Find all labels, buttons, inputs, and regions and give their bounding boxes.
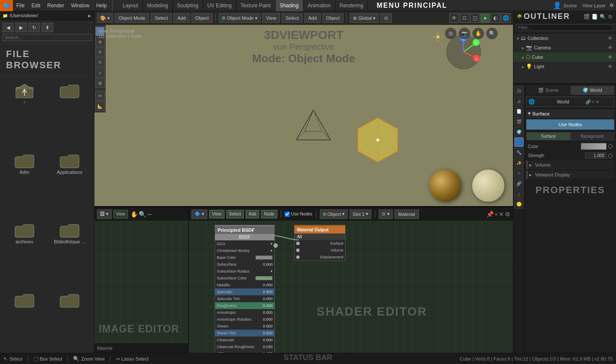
node-field-basecolor[interactable]: Base Color bbox=[215, 254, 274, 261]
color-swatch[interactable] bbox=[581, 143, 607, 150]
zoom-tool-btn[interactable]: 🔍 bbox=[486, 27, 498, 39]
subsurface-color-swatch[interactable] bbox=[255, 276, 273, 280]
folder-item-applications[interactable]: Applications bbox=[49, 149, 91, 215]
measure-tool[interactable]: 📐 bbox=[95, 101, 105, 111]
shader-node-btn[interactable]: Node bbox=[261, 210, 277, 218]
outliner-item-camera[interactable]: ▸ 📷 Camera 👁 bbox=[513, 43, 616, 52]
folder-item-extra1[interactable] bbox=[3, 288, 46, 350]
prop-data-icon[interactable]: △ bbox=[514, 189, 524, 198]
editor-type-selector[interactable]: 🎨 ▾ bbox=[97, 13, 113, 23]
shader-close-icon[interactable]: ✕ bbox=[499, 211, 504, 218]
node-field-clearcoat[interactable]: Clearcoat: 0.000 bbox=[215, 337, 274, 343]
ie-hand-icon[interactable]: ✋ bbox=[130, 211, 138, 218]
surface-tab[interactable]: Surface bbox=[526, 132, 570, 140]
object-mode-shader[interactable]: Object ▾ bbox=[320, 209, 348, 219]
prop-object-icon[interactable]: 🟦 bbox=[514, 137, 524, 147]
nav-parent-button[interactable]: ⬆ bbox=[42, 23, 53, 32]
shader-material-label-btn[interactable]: Material bbox=[394, 209, 419, 219]
workspace-animation[interactable]: Animation bbox=[303, 0, 335, 11]
nav-refresh-button[interactable]: ↻ bbox=[28, 23, 40, 32]
folder-item-up[interactable]: ↑ bbox=[3, 79, 46, 146]
use-nodes-checkbox[interactable] bbox=[285, 212, 290, 217]
world-link-icon[interactable]: 🔗 bbox=[586, 100, 591, 104]
status-select-item[interactable]: ↖ Select bbox=[3, 356, 23, 362]
node-field-clearcoatrough[interactable]: Clearcoat Roughness: 0.030 bbox=[215, 343, 274, 350]
viewport-overlays-btn[interactable]: ⊡ bbox=[460, 13, 469, 23]
viewport-view2-btn[interactable]: View bbox=[262, 13, 280, 23]
ie-view-btn[interactable]: View bbox=[113, 210, 128, 218]
prop-physics-icon[interactable]: ⚛ bbox=[514, 168, 524, 178]
shader-options-icon[interactable]: ⚙ bbox=[505, 211, 510, 218]
world-new-icon[interactable]: + bbox=[592, 100, 595, 104]
surface-section-header[interactable]: ▾ Surface bbox=[526, 109, 614, 118]
shader-view-btn[interactable]: View bbox=[209, 210, 225, 218]
node-field-anisotropic[interactable]: Anisotropic: 0.000 bbox=[215, 309, 274, 316]
viewport-add-btn[interactable]: Add bbox=[173, 13, 190, 23]
prop-constraints-icon[interactable]: 🔗 bbox=[514, 179, 524, 188]
prop-view-icon[interactable]: 📑 bbox=[514, 106, 524, 116]
background-tab[interactable]: Background bbox=[570, 132, 615, 140]
menu-render[interactable]: Render bbox=[44, 0, 67, 11]
status-lasso-item[interactable]: ⊸ Lasso Select bbox=[115, 356, 149, 362]
base-color-swatch[interactable] bbox=[255, 255, 273, 260]
viewport-view-btn[interactable]: Object Mode bbox=[115, 13, 149, 23]
camera-visibility-icon[interactable]: 👁 bbox=[608, 45, 613, 50]
outliner-filter-icon[interactable]: 🔍 bbox=[600, 14, 606, 20]
shader-slot-selector[interactable]: Slot 1 ▾ bbox=[349, 209, 371, 219]
shader-new-icon[interactable]: + bbox=[495, 211, 498, 218]
outliner-scene-icon[interactable]: 🎬 bbox=[583, 14, 590, 20]
nav-back-button[interactable]: ◀ bbox=[3, 23, 14, 32]
user-icon[interactable]: 👤 bbox=[553, 1, 561, 9]
3d-viewport[interactable]: 🎨 ▾ Object Mode Select Add Object Object… bbox=[94, 11, 513, 207]
workspace-sculpting[interactable]: Sculpting bbox=[173, 0, 203, 11]
viewport-material-btn[interactable]: ◐ bbox=[491, 13, 500, 23]
annotate-tool[interactable]: ✏ bbox=[95, 91, 105, 100]
ie-arrows-icon[interactable]: ↔ bbox=[147, 211, 153, 218]
scene-tab[interactable]: 🎬 Scene bbox=[526, 86, 570, 95]
viewport-add2-btn[interactable]: Add bbox=[304, 13, 321, 23]
workspace-shading[interactable]: Shading bbox=[276, 0, 303, 11]
volume-section[interactable]: ▸ Volume bbox=[526, 161, 614, 169]
folder-item-extra2[interactable] bbox=[49, 288, 91, 350]
prop-output-icon[interactable]: 🖨 bbox=[514, 96, 524, 106]
outliner-filter-input[interactable] bbox=[516, 24, 613, 31]
proportional-edit-btn[interactable]: ⊙ bbox=[380, 13, 392, 23]
object-mode-selector[interactable]: Object Mode ▾ bbox=[219, 13, 260, 23]
ie-zoom-icon[interactable]: 🔍 bbox=[139, 211, 146, 218]
menu-file[interactable]: File bbox=[13, 0, 28, 11]
workspace-uv-editing[interactable]: UV Editing bbox=[203, 0, 237, 11]
workspace-modeling[interactable]: Modeling bbox=[143, 0, 173, 11]
folder-item-adm[interactable]: Adm bbox=[3, 149, 46, 215]
strength-keyframe-dot[interactable] bbox=[608, 154, 613, 158]
scale-tool[interactable]: ⤢ bbox=[95, 68, 105, 77]
viewport-select2-btn[interactable]: Select bbox=[282, 13, 303, 23]
outliner-item-light[interactable]: ▸ 💡 Light 👁 bbox=[513, 62, 616, 71]
window-options[interactable]: ⚙ bbox=[610, 3, 614, 8]
shader-select-btn[interactable]: Select bbox=[226, 210, 244, 218]
shader-add-btn[interactable]: Add bbox=[246, 210, 259, 218]
collection-visibility-icon[interactable]: 👁 bbox=[608, 36, 613, 41]
node-field-subcol[interactable]: Subsurface Color bbox=[215, 275, 274, 282]
workspace-texture-paint[interactable]: Texture Paint bbox=[237, 0, 276, 11]
mat-output-all[interactable]: All bbox=[294, 234, 345, 240]
folder-item-bibliotheque[interactable]: Bibliothèque ... bbox=[49, 218, 91, 285]
world-tab[interactable]: 🌍 World bbox=[570, 86, 615, 95]
world-selector[interactable]: 🌐 World 🔗 + ✕ bbox=[526, 97, 614, 107]
menu-edit[interactable]: Edit bbox=[28, 0, 44, 11]
node-field-speculartint[interactable]: Specular Tint: 0.000 bbox=[215, 295, 274, 302]
viewport-gizmos-btn[interactable]: 👁 bbox=[449, 13, 459, 23]
outliner-item-cube[interactable]: ▸ ⬡ Cube 👁 bbox=[513, 52, 616, 62]
use-nodes-button[interactable]: Use Nodes bbox=[526, 119, 614, 130]
transform-tool[interactable]: ⊞ bbox=[95, 78, 105, 88]
mat-output-volume[interactable]: Volume bbox=[294, 247, 345, 254]
material-output-node[interactable]: Material Output All Surface Volume D bbox=[294, 225, 346, 261]
workspace-layout[interactable]: Layout bbox=[118, 0, 143, 11]
camera-view-btn[interactable]: 📷 bbox=[458, 27, 470, 39]
shader-editor-type[interactable]: 🔷 ▾ bbox=[191, 209, 207, 219]
workspace-rendering[interactable]: Rendering bbox=[335, 0, 368, 11]
node-field-sheen[interactable]: Sheen: 0.000 bbox=[215, 323, 274, 330]
light-visibility-icon[interactable]: 👁 bbox=[608, 64, 613, 69]
menu-help[interactable]: Help bbox=[93, 0, 110, 11]
file-browser-search[interactable] bbox=[3, 34, 91, 41]
strength-value[interactable]: 1.000 bbox=[585, 152, 607, 159]
